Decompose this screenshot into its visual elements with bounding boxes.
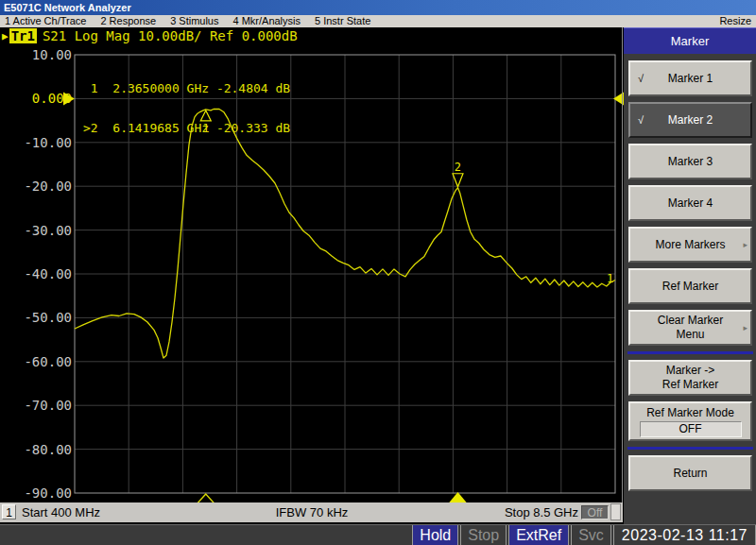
marker-2-stimulus-triangle-icon[interactable] xyxy=(448,492,467,502)
softkey-button-ref-marker[interactable]: Ref Marker xyxy=(628,268,752,304)
softkey-button-marker-4[interactable]: Marker 4 xyxy=(628,185,752,221)
y-tick-label: -70.00 xyxy=(0,398,72,413)
softkey-button-label: Marker 4 xyxy=(668,196,713,211)
softkey-button-marker-3[interactable]: Marker 3 xyxy=(628,144,752,179)
submenu-arrow-icon: ▸ xyxy=(743,240,747,249)
softkey-button-label: Ref Marker xyxy=(662,280,718,294)
trace-number-label: 1 xyxy=(607,272,613,285)
submenu-arrow-icon: ▸ xyxy=(743,323,747,332)
taskbar-datetime: 2023-02-13 11:17 xyxy=(613,525,756,545)
trace-header-text: S21 Log Mag 10.00dB/ Ref 0.000dB xyxy=(43,28,298,43)
y-tick-label: 0.000 xyxy=(0,91,72,106)
marker-2-label: 2 xyxy=(455,161,461,174)
y-tick-label: -80.00 xyxy=(0,442,72,457)
marker-1-stimulus-triangle-icon[interactable] xyxy=(198,494,215,502)
menu-item-3[interactable]: 3 Stimulus xyxy=(170,15,218,27)
softkey-sidebar: Marker Marker 1√Marker 2√Marker 3Marker … xyxy=(624,27,756,524)
softkey-buttons: Marker 1√Marker 2√Marker 3Marker 4More M… xyxy=(624,60,756,491)
softkey-button-more-markers[interactable]: More Markers▸ xyxy=(628,227,752,263)
softkey-button-marker-ref-marker[interactable]: Marker -> Ref Marker xyxy=(628,360,752,396)
status-off-indicator: Off xyxy=(581,505,609,519)
y-tick-label: -60.00 xyxy=(0,354,72,369)
marker-readout: 1 2.3650000 GHz -2.4804 dB >2 6.1419685 … xyxy=(83,56,290,162)
menu-items: 1 Active Ch/Trace2 Response3 Stimulus4 M… xyxy=(5,15,385,27)
taskbar-stop-indicator[interactable]: Stop xyxy=(460,525,507,545)
status-scroll-box[interactable] xyxy=(610,503,621,520)
softkey-menu-title: Marker xyxy=(624,27,756,54)
menu-item-1[interactable]: 1 Active Ch/Trace xyxy=(5,15,86,27)
softkey-button-label: Return xyxy=(673,467,707,481)
menu-item-5[interactable]: 5 Instr State xyxy=(315,15,370,27)
softkey-button-label: Marker 3 xyxy=(668,155,713,169)
menu-item-4[interactable]: 4 Mkr/Analysis xyxy=(232,15,301,27)
y-tick-label: -30.00 xyxy=(0,223,72,238)
marker-readout-row-2: >2 6.1419685 GHz -20.333 dB xyxy=(83,122,290,135)
marker-readout-row-1: 1 2.3650000 GHz -2.4804 dB xyxy=(83,82,290,95)
check-icon: √ xyxy=(638,114,644,126)
y-tick-label: -50.00 xyxy=(0,310,72,325)
window-titlebar[interactable]: E5071C Network Analyzer xyxy=(0,0,756,15)
softkey-button-label: More Markers xyxy=(655,238,725,252)
taskbar-spacer xyxy=(0,525,410,545)
menu-bar: 1 Active Ch/Trace2 Response3 Stimulus4 M… xyxy=(0,15,756,27)
window-title: E5071C Network Analyzer xyxy=(4,2,131,13)
softkey-button-label: Marker 1 xyxy=(668,72,713,86)
softkey-button-marker-2[interactable]: Marker 2√ xyxy=(628,102,752,138)
instrument-screen: 112 ▶ Tr1 S21 Log Mag 10.00dB/ Ref 0.000… xyxy=(0,27,624,502)
instrument-taskbar: Hold Stop ExtRef Svc 2023-02-13 11:17 xyxy=(0,524,756,545)
softkey-button-marker-1[interactable]: Marker 1√ xyxy=(628,60,752,96)
softkey-button-label: Clear Marker Menu xyxy=(658,314,723,342)
softkey-button-label: Marker -> Ref Marker xyxy=(662,364,718,392)
taskbar-svc-indicator[interactable]: Svc xyxy=(571,525,611,545)
softkey-group-separator xyxy=(627,351,753,354)
taskbar-hold-indicator[interactable]: Hold xyxy=(412,525,458,545)
check-icon: √ xyxy=(638,73,644,84)
softkey-button-clear-marker-menu[interactable]: Clear Marker Menu▸ xyxy=(628,310,752,346)
y-tick-label: 10.00 xyxy=(0,47,72,62)
screen-sidebar-divider xyxy=(622,27,623,522)
status-bar: 1 IFBW 70 kHz Start 400 MHz Stop 8.5 GHz… xyxy=(0,502,623,522)
marker-2-symbol[interactable] xyxy=(453,174,463,187)
taskbar-extref-indicator[interactable]: ExtRef xyxy=(508,525,569,545)
menu-item-resize[interactable]: Resize xyxy=(719,15,751,27)
trace-id-badge[interactable]: Tr1 xyxy=(9,28,37,43)
softkey-button-label: Marker 2 xyxy=(668,113,713,128)
menu-item-2[interactable]: 2 Response xyxy=(100,15,156,27)
active-trace-arrow-icon: ▶ xyxy=(2,30,9,43)
y-tick-label: -20.00 xyxy=(0,179,72,194)
softkey-button-ref-marker-mode[interactable]: Ref Marker ModeOFF xyxy=(628,401,752,441)
softkey-button-value[interactable]: OFF xyxy=(640,421,742,437)
trace-header: ▶ Tr1 S21 Log Mag 10.00dB/ Ref 0.000dB xyxy=(2,28,298,43)
y-tick-label: -10.00 xyxy=(0,135,72,150)
softkey-group-separator xyxy=(627,447,753,450)
stop-frequency-readout: Stop 8.5 GHz xyxy=(505,505,578,519)
start-frequency-readout: Start 400 MHz xyxy=(22,505,100,519)
y-tick-label: -40.00 xyxy=(0,266,72,281)
softkey-button-label: Ref Marker Mode xyxy=(646,406,734,420)
y-tick-label: -90.00 xyxy=(0,485,72,501)
softkey-button-return[interactable]: Return xyxy=(628,455,752,491)
